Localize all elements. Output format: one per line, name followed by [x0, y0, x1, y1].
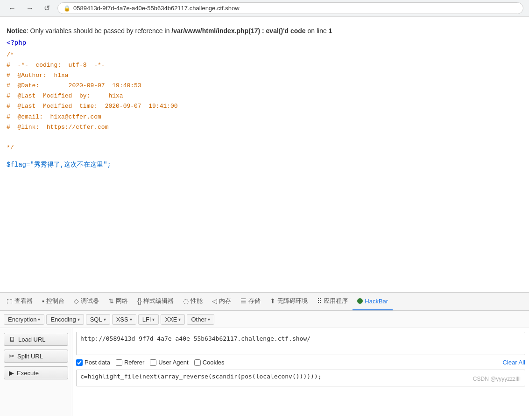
split-url-icon: ✂ — [9, 352, 14, 360]
back-button[interactable]: ← — [6, 3, 19, 14]
load-url-button[interactable]: 🖥 Load URL — [4, 333, 68, 346]
tab-hackbar[interactable]: HackBar — [353, 293, 393, 310]
notice-line: Notice: Only variables should be passed … — [7, 26, 522, 36]
xss-caret-icon: ▾ — [130, 317, 132, 322]
tab-console[interactable]: ▪ 控制台 — [37, 293, 69, 310]
cookies-checkbox[interactable] — [194, 359, 201, 366]
lfi-label: LFI — [142, 316, 151, 323]
notice-rest: : Only variables should be passed by ref… — [27, 27, 172, 35]
user-agent-checkbox-label[interactable]: User Agent — [150, 359, 188, 366]
hackbar-main: 🖥 Load URL ✂ Split URL ▶ Execute Post da… — [0, 328, 529, 416]
tab-apptools[interactable]: ⠿ 应用程序 — [312, 293, 353, 310]
style-editor-icon: {} — [137, 297, 141, 305]
referer-label: Referer — [124, 359, 144, 366]
post-data-label: Post data — [85, 359, 110, 366]
lfi-dropdown[interactable]: LFI ▾ — [138, 314, 159, 325]
forward-button[interactable]: → — [23, 3, 36, 14]
code-line-9 — [7, 133, 522, 143]
code-line-6: # @Last Modified time: 2020-09-07 19:41:… — [7, 101, 522, 112]
user-agent-label: User Agent — [158, 359, 188, 366]
hackbar-panel: Encryption ▾ Encoding ▾ SQL ▾ XSS ▾ LFI … — [0, 311, 529, 418]
code-line-8: # @link: https://ctfer.com — [7, 122, 522, 133]
postdata-row: Post data Referer User Agent Cookies Cle… — [76, 359, 525, 366]
tab-accessibility[interactable]: ⬆ 无障碍环境 — [265, 293, 312, 310]
encryption-dropdown[interactable]: Encryption ▾ — [4, 314, 44, 325]
split-url-label: Split URL — [17, 353, 43, 360]
devtools-bar: ⬚ 查看器 ▪ 控制台 ◇ 调试器 ⇅ 网络 {} 样式编辑器 ◌ 性能 ◁ 内… — [0, 292, 529, 311]
tab-network[interactable]: ⇅ 网络 — [104, 293, 133, 310]
page-content: Notice: Only variables should be passed … — [0, 17, 529, 292]
notice-end: on line — [306, 27, 329, 35]
encoding-label: Encoding — [50, 316, 76, 323]
sql-label: SQL — [90, 316, 102, 323]
other-dropdown[interactable]: Other ▾ — [187, 314, 214, 325]
notice-label: Notice — [7, 27, 27, 35]
encoding-dropdown[interactable]: Encoding ▾ — [46, 314, 84, 325]
security-icon: 🔒 — [63, 5, 71, 12]
cookies-checkbox-label[interactable]: Cookies — [194, 359, 225, 366]
post-data-checkbox-label[interactable]: Post data — [76, 359, 110, 366]
code-line-3: # @Author: h1xa — [7, 70, 522, 81]
tab-performance-label: 性能 — [190, 297, 203, 305]
xxe-label: XXE — [165, 316, 177, 323]
memory-icon: ◁ — [212, 297, 217, 305]
hackbar-dot-icon — [357, 298, 363, 304]
tab-style-editor[interactable]: {} 样式编辑器 — [133, 293, 178, 310]
xss-label: XSS — [116, 316, 128, 323]
cookies-label: Cookies — [203, 359, 225, 366]
load-url-label: Load URL — [18, 336, 46, 343]
code-block: /* # -*- coding: utf-8 -*- # @Author: h1… — [7, 50, 522, 153]
browser-bar: ← → ↺ 🔒 0589413d-9f7d-4a7e-a40e-55b634b6… — [0, 0, 529, 17]
post-data-checkbox[interactable] — [76, 359, 83, 366]
tab-style-editor-label: 样式编辑器 — [143, 297, 174, 305]
tab-debugger[interactable]: ◇ 调试器 — [69, 293, 104, 310]
debugger-icon: ◇ — [74, 297, 79, 305]
lfi-caret-icon: ▾ — [152, 317, 155, 322]
xxe-dropdown[interactable]: XXE ▾ — [161, 314, 185, 325]
storage-icon: ☰ — [240, 297, 247, 305]
hackbar-content: Post data Referer User Agent Cookies Cle… — [72, 328, 529, 416]
hackbar-toolbar: Encryption ▾ Encoding ▾ SQL ▾ XSS ▾ LFI … — [0, 311, 529, 328]
code-line-5: # @Last Modified by: h1xa — [7, 91, 522, 101]
code-line-7: # @email: h1xa@ctfer.com — [7, 112, 522, 122]
hackbar-actions: 🖥 Load URL ✂ Split URL ▶ Execute — [0, 328, 72, 416]
url-display: 0589413d-9f7d-4a7e-a40e-55b634b62117.cha… — [73, 5, 240, 12]
tab-hackbar-label: HackBar — [365, 298, 388, 305]
tab-inspector[interactable]: ⬚ 查看器 — [2, 293, 37, 310]
other-label: Other — [191, 316, 206, 323]
tab-memory[interactable]: ◁ 内存 — [207, 293, 236, 310]
encryption-label: Encryption — [8, 316, 36, 323]
split-url-button[interactable]: ✂ Split URL — [4, 350, 68, 363]
code-line-2: # -*- coding: utf-8 -*- — [7, 60, 522, 70]
tab-apptools-label: 应用程序 — [324, 297, 348, 305]
tab-console-label: 控制台 — [46, 297, 64, 305]
encryption-caret-icon: ▾ — [38, 317, 40, 322]
post-data-wrapper: CSDN @yyyyzzzllll — [76, 370, 525, 388]
tab-inspector-label: 查看器 — [14, 297, 33, 305]
sql-dropdown[interactable]: SQL ▾ — [86, 314, 110, 325]
tab-performance[interactable]: ◌ 性能 — [178, 293, 207, 310]
clear-all-button[interactable]: Clear All — [503, 359, 525, 366]
execute-label: Execute — [17, 370, 39, 377]
referer-checkbox[interactable] — [116, 359, 122, 366]
accessibility-icon: ⬆ — [270, 297, 275, 305]
tab-storage[interactable]: ☰ 存储 — [236, 293, 265, 310]
xss-dropdown[interactable]: XSS ▾ — [112, 314, 136, 325]
code-line-1: /* — [7, 50, 522, 60]
reload-button[interactable]: ↺ — [41, 3, 53, 14]
url-bar[interactable]: 🔒 0589413d-9f7d-4a7e-a40e-55b634b62117.c… — [57, 2, 523, 14]
execute-button[interactable]: ▶ Execute — [4, 366, 68, 379]
tab-network-label: 网络 — [116, 297, 128, 305]
code-line-10: */ — [7, 143, 522, 153]
url-input[interactable] — [76, 332, 525, 355]
network-icon: ⇅ — [108, 297, 114, 305]
notice-path: /var/www/html/index.php(17) : eval()'d c… — [171, 27, 305, 35]
encoding-caret-icon: ▾ — [78, 317, 80, 322]
tab-storage-label: 存储 — [248, 297, 261, 305]
php-opening-tag: <?php — [7, 39, 522, 46]
user-agent-checkbox[interactable] — [150, 359, 156, 366]
notice-line-num: 1 — [329, 27, 332, 35]
code-line-4: # @Date: 2020-09-07 19:40:53 — [7, 81, 522, 91]
referer-checkbox-label[interactable]: Referer — [116, 359, 144, 366]
post-data-input[interactable] — [76, 370, 525, 386]
